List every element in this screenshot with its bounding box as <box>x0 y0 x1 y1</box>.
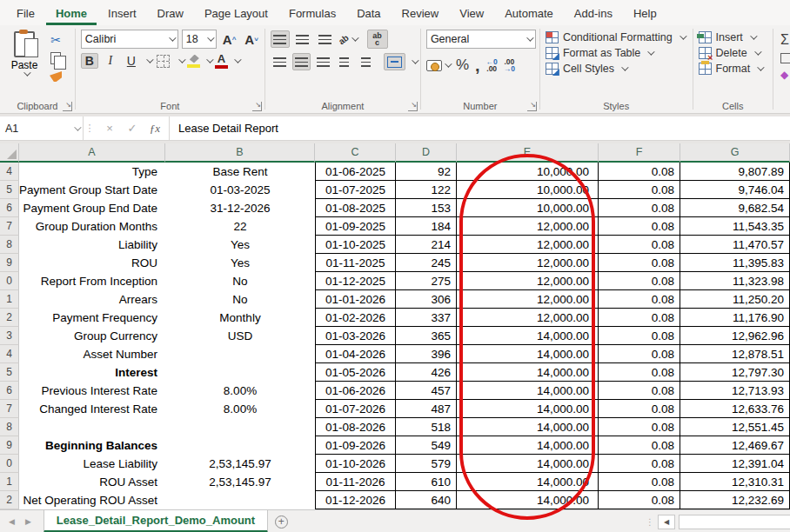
row-header[interactable]: 0 <box>0 455 19 473</box>
cell-b-row18[interactable] <box>165 491 315 509</box>
cell-c-row5[interactable]: 01-11-2025 <box>315 254 396 272</box>
cell-d-row15[interactable]: 549 <box>396 436 457 455</box>
cell-a-row18[interactable]: Net Operating ROU Asset <box>19 491 165 509</box>
cell-f-row8[interactable]: 0.08 <box>599 309 680 327</box>
cell-f-row17[interactable]: 0.08 <box>599 473 680 491</box>
cell-c-row2[interactable]: 01-08-2025 <box>315 199 396 217</box>
prev-sheet-arrow[interactable]: ◀ <box>9 517 15 526</box>
cell-d-row7[interactable]: 306 <box>396 290 457 309</box>
row-header[interactable]: 7 <box>0 217 19 236</box>
cut-button[interactable]: ✂ <box>47 32 64 48</box>
chevron-down-icon[interactable] <box>178 56 185 63</box>
cell-f-row2[interactable]: 0.08 <box>599 199 680 217</box>
cell-e-row3[interactable]: 12,000.00 <box>457 217 599 236</box>
row-header[interactable]: 1 <box>0 473 19 491</box>
cell-c-row16[interactable]: 01-10-2026 <box>315 455 396 473</box>
cell-c-row10[interactable]: 01-04-2026 <box>315 345 396 363</box>
align-bottom-button[interactable] <box>316 30 335 48</box>
row-header[interactable]: 9 <box>0 436 19 455</box>
cell-g-row6[interactable]: 11,323.98 <box>680 272 790 290</box>
cell-d-row6[interactable]: 275 <box>396 272 457 290</box>
chevron-down-icon[interactable] <box>412 57 418 63</box>
cell-b-row2[interactable]: 31-12-2026 <box>165 199 315 217</box>
clipboard-dialog-launcher[interactable]: ↘ <box>63 102 72 111</box>
cell-d-row4[interactable]: 214 <box>396 236 457 254</box>
chevron-down-icon[interactable] <box>146 56 153 63</box>
format-cells-button[interactable]: Format <box>699 63 763 75</box>
cell-e-row5[interactable]: 12,000.00 <box>457 254 599 272</box>
cell-c-row9[interactable]: 01-03-2026 <box>315 327 396 345</box>
cell-b-row9[interactable]: USD <box>165 327 315 345</box>
scrollbar-drag-dots[interactable]: ⋮ <box>646 517 654 527</box>
column-header-f[interactable]: F <box>599 143 680 163</box>
row-header[interactable]: 2 <box>0 491 19 509</box>
font-color-button[interactable]: A <box>215 54 228 69</box>
cell-e-row8[interactable]: 12,000.00 <box>457 309 599 327</box>
row-header[interactable]: 6 <box>0 199 19 217</box>
cell-f-row7[interactable]: 0.08 <box>599 290 680 309</box>
cell-e-row10[interactable]: 14,000.00 <box>457 345 599 363</box>
chevron-down-icon[interactable] <box>206 56 213 63</box>
cell-a-row0[interactable]: Type <box>19 163 165 181</box>
insert-cells-button[interactable]: Insert <box>699 31 763 43</box>
ribbon-tab-draw[interactable]: Draw <box>148 3 193 25</box>
cell-a-row12[interactable]: Previous Interest Rate <box>19 382 165 400</box>
ribbon-tab-formulas[interactable]: Formulas <box>279 3 345 25</box>
row-header[interactable]: 5 <box>0 181 19 199</box>
sheet-tab-active[interactable]: Lease_Detail_Report_Demo_Amount <box>44 510 268 532</box>
cell-e-row1[interactable]: 10,000.00 <box>457 181 599 199</box>
row-header[interactable]: 7 <box>0 400 19 418</box>
increase-indent-button[interactable] <box>357 53 375 70</box>
cell-f-row15[interactable]: 0.08 <box>599 436 680 455</box>
name-box[interactable]: A1 <box>0 116 84 140</box>
cell-c-row7[interactable]: 01-01-2026 <box>315 290 396 309</box>
cell-c-row14[interactable]: 01-08-2026 <box>315 418 396 436</box>
new-sheet-button[interactable]: + <box>268 510 294 532</box>
increase-font-button[interactable]: A^ <box>220 32 239 47</box>
cell-b-row14[interactable] <box>165 418 315 436</box>
cell-c-row12[interactable]: 01-06-2026 <box>315 382 396 400</box>
decrease-font-button[interactable]: A˅ <box>242 32 261 47</box>
cell-e-row14[interactable]: 14,000.00 <box>457 418 599 436</box>
cell-g-row7[interactable]: 11,250.20 <box>680 290 790 309</box>
row-header[interactable]: 9 <box>0 254 19 272</box>
cell-c-row18[interactable]: 01-12-2026 <box>315 491 396 509</box>
cell-b-row5[interactable]: Yes <box>165 254 315 272</box>
cell-c-row8[interactable]: 01-02-2026 <box>315 309 396 327</box>
cell-d-row16[interactable]: 579 <box>396 455 457 473</box>
cell-e-row9[interactable]: 14,000.00 <box>457 327 599 345</box>
ribbon-tab-help[interactable]: Help <box>624 3 666 25</box>
cell-g-row5[interactable]: 11,395.83 <box>680 254 790 272</box>
cell-e-row13[interactable]: 14,000.00 <box>457 400 599 418</box>
cell-d-row8[interactable]: 337 <box>396 309 457 327</box>
cell-e-row18[interactable]: 14,000.00 <box>457 491 599 509</box>
borders-button[interactable] <box>155 53 172 69</box>
cell-b-row17[interactable]: 2,53,145.97 <box>165 473 315 491</box>
cell-b-row0[interactable]: Base Rent <box>165 163 315 181</box>
cell-g-row2[interactable]: 9,682.54 <box>680 199 790 217</box>
cell-b-row4[interactable]: Yes <box>165 236 315 254</box>
cell-b-row6[interactable]: No <box>165 272 315 290</box>
cell-a-row13[interactable]: Changed Interest Rate <box>19 400 165 418</box>
ribbon-tab-data[interactable]: Data <box>347 3 390 25</box>
cell-f-row1[interactable]: 0.08 <box>599 181 680 199</box>
cell-b-row15[interactable] <box>165 436 315 455</box>
row-header[interactable]: 1 <box>0 290 19 309</box>
cell-a-row11[interactable]: Interest <box>19 363 165 382</box>
ribbon-tab-insert[interactable]: Insert <box>98 3 146 25</box>
cell-b-row10[interactable] <box>165 345 315 363</box>
cell-d-row2[interactable]: 153 <box>396 199 457 217</box>
cell-b-row8[interactable]: Monthly <box>165 309 315 327</box>
ribbon-tab-add-ins[interactable]: Add-ins <box>565 3 622 25</box>
cell-a-row2[interactable]: Payment Group End Date <box>19 199 165 217</box>
cell-b-row12[interactable]: 8.00% <box>165 382 315 400</box>
cell-g-row10[interactable]: 12,878.51 <box>680 345 790 363</box>
cell-d-row13[interactable]: 487 <box>396 400 457 418</box>
cell-g-row11[interactable]: 12,797.30 <box>680 363 790 382</box>
next-sheet-arrow[interactable]: ▶ <box>25 517 31 526</box>
ribbon-tab-review[interactable]: Review <box>392 3 449 25</box>
cell-f-row10[interactable]: 0.08 <box>599 345 680 363</box>
confirm-entry-button[interactable]: ✓ <box>122 122 143 135</box>
decrease-indent-button[interactable] <box>335 53 353 70</box>
cell-e-row11[interactable]: 14,000.00 <box>457 363 599 382</box>
